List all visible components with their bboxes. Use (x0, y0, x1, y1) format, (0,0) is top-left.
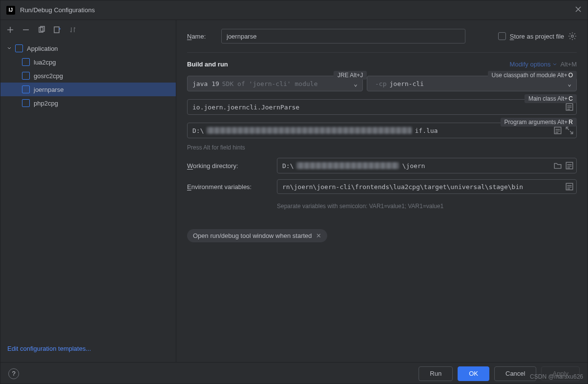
working-dir-label: Working directory: (187, 162, 270, 170)
build-run-title: Build and run (187, 61, 228, 68)
toolbar (0, 20, 176, 40)
tree-item-label: php2cpg (34, 100, 58, 107)
sort-icon[interactable] (69, 26, 77, 34)
save-template-icon[interactable] (53, 26, 61, 34)
tree-item-label: lua2cpg (34, 59, 56, 66)
window-title: Run/Debug Configurations (20, 6, 95, 14)
tree-item-label: joernparse (34, 86, 63, 93)
sidebar: Application lua2cpg gosrc2cpg joernparse… (0, 20, 176, 362)
env-help-text: Separate variables with semicolon: VAR1=… (277, 203, 577, 210)
env-input[interactable] (277, 179, 577, 194)
list-icon[interactable] (565, 103, 574, 111)
folder-icon[interactable] (553, 161, 562, 170)
jre-hint-badge: JRE Alt+J (334, 71, 367, 80)
application-icon (22, 72, 30, 80)
help-button[interactable]: ? (8, 368, 19, 379)
edit-templates-link[interactable]: Edit configuration templates... (7, 345, 91, 352)
ok-button[interactable]: OK (458, 366, 489, 381)
run-button[interactable]: Run (419, 366, 453, 381)
tree-item-lua2cpg[interactable]: lua2cpg (0, 55, 176, 69)
classpath-hint-badge: Use classpath of module Alt+O (488, 71, 577, 80)
tree-item-label: gosrc2cpg (34, 72, 63, 80)
name-label: Name: (187, 33, 214, 40)
application-icon (22, 85, 30, 93)
expand-icon[interactable] (565, 126, 574, 135)
modify-options-link[interactable]: Modify options (510, 61, 558, 68)
application-icon (15, 44, 23, 52)
main-class-hint-badge: Main class Alt+C (525, 94, 577, 103)
chevron-down-icon (6, 45, 12, 51)
list-icon[interactable] (565, 182, 574, 191)
cancel-button[interactable]: Cancel (494, 366, 536, 381)
application-icon (22, 58, 30, 66)
tree-item-php2cpg[interactable]: php2cpg (0, 96, 176, 110)
apply-button[interactable]: Apply (541, 366, 580, 381)
modify-kbd: Alt+M (560, 61, 577, 68)
tree-group-label: Application (27, 45, 58, 52)
list-icon[interactable] (565, 161, 574, 170)
main-panel: Name: Store as project file Build and ru… (176, 20, 588, 362)
redacted-text (296, 162, 399, 169)
config-tree: Application lua2cpg gosrc2cpg joernparse… (0, 40, 176, 339)
svg-point-3 (571, 35, 574, 38)
env-label: Environment variables: (187, 183, 270, 191)
store-checkbox[interactable] (498, 32, 506, 40)
name-input[interactable] (221, 29, 465, 43)
close-icon[interactable]: ✕ (316, 232, 321, 239)
args-hint-badge: Program arguments Alt+R (501, 118, 577, 127)
option-chip[interactable]: Open run/debug tool window when started … (187, 229, 327, 242)
tree-item-gosrc2cpg[interactable]: gosrc2cpg (0, 69, 176, 83)
list-icon[interactable] (553, 126, 562, 135)
chevron-down-icon: ⌄ (567, 80, 571, 87)
add-icon[interactable] (6, 26, 14, 34)
gear-icon[interactable] (568, 32, 577, 41)
app-icon: IJ (6, 6, 15, 15)
chip-label: Open run/debug tool window when started (193, 232, 312, 239)
tree-group-application[interactable]: Application (0, 42, 176, 55)
application-icon (22, 99, 30, 107)
chevron-down-icon: ⌄ (354, 80, 357, 87)
store-label: Store as project file (510, 33, 564, 40)
svg-rect-2 (54, 27, 59, 33)
redacted-text (207, 127, 412, 134)
copy-icon[interactable] (38, 26, 45, 34)
alt-hint-text: Press Alt for field hints (187, 144, 577, 151)
tree-item-joernparse[interactable]: joernparse (0, 83, 176, 96)
close-icon[interactable] (575, 6, 582, 14)
working-dir-input[interactable]: D:\ \joern (277, 158, 577, 173)
remove-icon[interactable] (22, 26, 30, 34)
